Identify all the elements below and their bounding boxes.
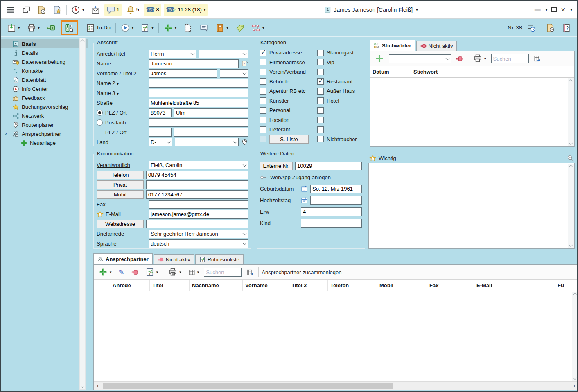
print-keywords-button[interactable]: ▾ xyxy=(471,53,488,64)
checkbox-empty-2[interactable] xyxy=(317,107,324,114)
checkbox-hotel[interactable] xyxy=(317,97,324,104)
sidebar-item-datenblatt[interactable]: Datenblatt xyxy=(1,75,88,84)
column-header-nachname[interactable]: Nachname xyxy=(190,280,243,291)
titel2-select[interactable] xyxy=(220,69,248,78)
anrede-select[interactable]: Herrn xyxy=(149,50,196,58)
sprache-select[interactable]: deutsch xyxy=(149,239,248,248)
expand-chevron-icon[interactable]: ∨ xyxy=(4,132,7,136)
column-header-select[interactable] xyxy=(94,280,110,291)
checkbox-kuenstler[interactable] xyxy=(260,97,266,104)
add-contact-button[interactable]: ▾ xyxy=(97,266,114,278)
telefon-field[interactable] xyxy=(146,171,248,179)
verantwortlich-select[interactable]: Fleiß, Carolin xyxy=(149,161,248,169)
notifications-button[interactable]: 5 xyxy=(124,4,141,16)
checkbox-vip[interactable] xyxy=(317,59,324,65)
mobil-button[interactable]: Mobil xyxy=(97,190,144,199)
column-header-titel[interactable]: Titel xyxy=(150,280,190,291)
journal-button[interactable]: ▾ xyxy=(213,22,230,34)
tab-ansprechpartner[interactable]: Ansprechpartner xyxy=(93,253,153,264)
tag-button[interactable] xyxy=(233,22,246,34)
postfach-plz-field[interactable] xyxy=(149,128,172,137)
kind-field[interactable] xyxy=(301,219,362,228)
checkbox-behoerde[interactable] xyxy=(260,78,266,85)
contact-search-input[interactable] xyxy=(204,268,242,277)
sidebar-item-buchungsvorschlag[interactable]: Buchungsvorschlag xyxy=(1,102,88,111)
document-history-button[interactable] xyxy=(544,22,557,34)
hochzeitstag-calendar-button[interactable] xyxy=(301,197,308,204)
s-liste-button[interactable]: S. Liste xyxy=(269,135,309,144)
windows-stack-button[interactable] xyxy=(20,4,33,16)
sidebar-item-details[interactable]: Details xyxy=(1,48,88,57)
scroll-down-icon[interactable] xyxy=(569,243,573,247)
strasse-field[interactable] xyxy=(149,99,248,107)
geburtsdatum-calendar-button[interactable] xyxy=(301,185,308,192)
interface-plug-button[interactable] xyxy=(45,22,58,34)
recent-documents-button[interactable] xyxy=(35,4,48,16)
keyword-table-scrollbar[interactable] xyxy=(568,78,574,146)
checkbox-personal[interactable] xyxy=(260,107,266,114)
vorname-field[interactable] xyxy=(149,69,217,78)
postfach-ort-field[interactable] xyxy=(174,128,248,137)
postfach-field[interactable] xyxy=(149,118,248,127)
star-outline-icon[interactable] xyxy=(97,211,104,218)
checkbox-agentur[interactable] xyxy=(260,88,266,95)
favorites-button[interactable] xyxy=(51,4,64,16)
call-log-button[interactable]: ☎↙11:28 (18)▾ xyxy=(164,4,208,16)
scroll-down-icon[interactable] xyxy=(81,384,85,388)
scroll-up-icon[interactable] xyxy=(569,165,573,169)
robinson-button[interactable]: ▾ xyxy=(138,22,156,34)
briefanrede-select[interactable]: Sehr geehrter Herr Jameson xyxy=(149,230,248,238)
contact-table-body[interactable] xyxy=(94,291,578,381)
phone-calls-button[interactable]: ☎8 xyxy=(144,4,161,16)
scroll-up-icon[interactable] xyxy=(569,79,573,83)
duplicate-check-button[interactable] xyxy=(241,60,248,67)
scroll-down-icon[interactable] xyxy=(573,376,577,380)
correspondence-button[interactable] xyxy=(197,22,210,34)
hscroll-thumb[interactable] xyxy=(103,383,393,389)
sidebar-item-info-center[interactable]: Info Center xyxy=(1,84,88,93)
column-header-telefon[interactable]: Telefon xyxy=(328,280,377,291)
edit-contact-button[interactable]: ✎ xyxy=(117,267,126,278)
checkbox-empty-4[interactable] xyxy=(317,126,324,133)
print-button[interactable]: ▾ xyxy=(25,22,42,34)
checkbox-empty-1[interactable] xyxy=(317,69,324,75)
externe-nr-field[interactable] xyxy=(295,162,362,170)
checkbox-location[interactable] xyxy=(260,117,266,123)
keyword-select[interactable] xyxy=(389,54,451,63)
checkbox-sliste[interactable] xyxy=(260,136,266,142)
name3-field[interactable] xyxy=(149,89,248,97)
checkbox-lieferant[interactable] xyxy=(260,126,266,133)
postfach-radio[interactable] xyxy=(97,119,103,126)
main-menu-button[interactable] xyxy=(4,4,17,16)
label-dropdown-icon[interactable]: ▾ xyxy=(117,92,119,96)
map-button[interactable] xyxy=(241,139,248,146)
sidebar-item-routenplaner[interactable]: Routenplaner xyxy=(1,120,88,129)
close-menu-arrow[interactable]: ▾ xyxy=(570,8,572,12)
name2-field[interactable] xyxy=(149,79,248,88)
checkbox-empty-3[interactable] xyxy=(317,117,324,123)
document-scan-button[interactable] xyxy=(63,22,76,34)
sidebar-item-basis[interactable]: Basis xyxy=(1,39,88,48)
hscroll-track[interactable] xyxy=(102,382,570,390)
minimize-menu-arrow[interactable]: ▾ xyxy=(546,8,548,12)
close-button[interactable]: × xyxy=(561,5,565,14)
column-header-datum[interactable]: Datum xyxy=(370,66,411,77)
minimize-button[interactable]: — xyxy=(535,6,541,13)
sidebar-item-ansprechpartner[interactable]: ∨Ansprechpartner xyxy=(1,129,88,138)
erw-field[interactable] xyxy=(301,207,362,216)
tab-nicht-aktiv[interactable]: Nicht aktiv xyxy=(416,41,457,51)
plzort-radio[interactable] xyxy=(97,110,103,116)
column-header-email[interactable]: E-Mail xyxy=(474,280,555,291)
save-button[interactable]: ▾ xyxy=(5,22,22,34)
checkbox-privatadresse[interactable] xyxy=(260,50,266,56)
privat-field[interactable] xyxy=(146,180,248,189)
checkbox-verein-verband[interactable] xyxy=(260,69,266,75)
sidebar-item-feedback[interactable]: Feedback xyxy=(1,93,88,102)
add-keyword-button[interactable] xyxy=(373,53,386,64)
sidebar-item-datenverarbeitung[interactable]: Datenverarbeitung xyxy=(1,57,88,66)
checkbox-stammgast[interactable] xyxy=(317,50,324,56)
label-dropdown-icon[interactable]: ▾ xyxy=(117,82,119,86)
todo-button[interactable]: To-Do xyxy=(84,22,113,34)
scroll-up-icon[interactable] xyxy=(81,40,85,44)
sidebar-item-neuanlage[interactable]: Neuanlage xyxy=(1,138,88,147)
